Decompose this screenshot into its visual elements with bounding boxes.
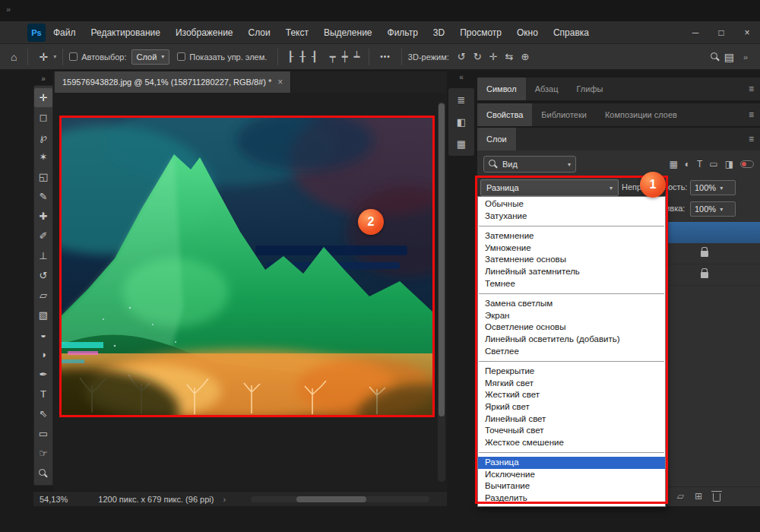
move-tool[interactable]: ✛ bbox=[34, 88, 52, 107]
blend-mode-option[interactable]: Затемнение основы bbox=[478, 254, 665, 266]
blend-mode-option[interactable]: Точечный свет bbox=[478, 425, 665, 437]
align-left-icon[interactable]: ┠ bbox=[287, 51, 293, 62]
blend-mode-option[interactable]: Линейный свет bbox=[478, 413, 665, 426]
filter-toggle[interactable] bbox=[740, 160, 754, 168]
align-top-icon[interactable]: ┯ bbox=[330, 51, 336, 62]
blend-mode-option[interactable]: Жесткое смешение bbox=[478, 437, 665, 449]
search-icon[interactable] bbox=[711, 52, 720, 62]
blend-mode-option[interactable]: Разделить bbox=[478, 492, 665, 505]
blend-mode-option[interactable]: Темнее bbox=[478, 278, 665, 290]
pan-3d-icon[interactable]: ✛ bbox=[489, 51, 498, 62]
blur-tool[interactable]: ◒ bbox=[34, 325, 52, 344]
tab-layer-comps[interactable]: Композиции слоев bbox=[596, 103, 686, 126]
new-layer-icon[interactable]: ⊞ bbox=[695, 491, 702, 502]
blend-mode-option[interactable]: Светлее bbox=[478, 346, 665, 358]
filter-type-icon[interactable]: Т bbox=[697, 159, 702, 169]
blend-mode-option[interactable]: Исключение bbox=[478, 469, 665, 481]
orbit-3d-icon[interactable]: ↺ bbox=[458, 51, 466, 62]
align-middle-icon[interactable]: ┿ bbox=[342, 51, 348, 62]
lock-icon[interactable] bbox=[701, 272, 708, 278]
blend-mode-option[interactable]: Линейный осветитель (добавить) bbox=[478, 334, 665, 346]
blend-mode-option[interactable]: Яркий свет bbox=[478, 401, 665, 413]
marquee-tool[interactable]: ◻ bbox=[34, 108, 52, 127]
zoom-3d-icon[interactable]: ⊕ bbox=[521, 51, 529, 62]
autoselect-checkbox[interactable] bbox=[69, 52, 78, 61]
close-button[interactable]: × bbox=[734, 21, 760, 44]
crop-tool[interactable]: ◱ bbox=[34, 167, 52, 186]
zoom-tool[interactable] bbox=[34, 464, 52, 483]
workspace-icon[interactable]: ▤ bbox=[724, 51, 734, 63]
eyedropper-tool[interactable]: ✎ bbox=[34, 187, 52, 206]
filter-pixel-icon[interactable]: ▦ bbox=[669, 159, 677, 169]
tools-collapse-icon[interactable]: » bbox=[33, 73, 53, 84]
maximize-button[interactable]: □ bbox=[708, 21, 734, 44]
pen-tool[interactable]: ✒ bbox=[34, 365, 52, 384]
blend-mode-option[interactable]: Экран bbox=[478, 310, 665, 322]
path-select-tool[interactable]: ⇖ bbox=[34, 404, 52, 423]
align-center-icon[interactable]: ╂ bbox=[299, 51, 306, 62]
menu-window[interactable]: Окно bbox=[509, 21, 546, 44]
opacity-select[interactable]: 100% ▾ bbox=[690, 180, 736, 195]
more-options-icon[interactable]: ••• bbox=[380, 52, 391, 61]
autoselect-target-select[interactable]: Слой ▾ bbox=[131, 49, 170, 65]
align-bottom-icon[interactable]: ┷ bbox=[353, 51, 359, 62]
vertical-scrollbar[interactable] bbox=[438, 102, 445, 482]
expand-panels-icon[interactable]: « bbox=[448, 73, 474, 84]
tab-glyphs[interactable]: Глифы bbox=[568, 78, 613, 100]
lasso-tool[interactable]: ℘ bbox=[34, 128, 52, 147]
vertical-scrollbar-thumb[interactable] bbox=[439, 103, 445, 416]
menu-help[interactable]: Справка bbox=[546, 21, 597, 44]
document-canvas[interactable] bbox=[62, 118, 432, 415]
close-tab-icon[interactable]: × bbox=[277, 77, 283, 87]
align-right-icon[interactable]: ┨ bbox=[312, 51, 318, 62]
minimize-button[interactable]: ─ bbox=[682, 21, 708, 44]
brush-tool[interactable]: ✐ bbox=[34, 226, 52, 245]
document-tab[interactable]: 159576943828.jpg @ 54,1% (158711280227, … bbox=[55, 71, 291, 93]
horizontal-scrollbar[interactable] bbox=[251, 496, 429, 502]
panel-menu-icon[interactable]: ≡ bbox=[749, 134, 754, 144]
filter-smart-object-icon[interactable]: ◨ bbox=[725, 159, 733, 169]
history-brush-tool[interactable]: ↺ bbox=[34, 266, 52, 285]
menu-file[interactable]: Файл bbox=[46, 21, 84, 44]
menu-image[interactable]: Изображение bbox=[168, 21, 241, 44]
blend-mode-option[interactable]: Жесткий свет bbox=[478, 389, 665, 401]
tab-layers[interactable]: Слои bbox=[477, 128, 516, 150]
blend-mode-option[interactable]: Вычитание bbox=[478, 480, 665, 492]
blend-mode-option-selected[interactable]: Разница bbox=[478, 457, 665, 469]
blend-mode-option[interactable]: Линейный затемнитель bbox=[478, 266, 665, 278]
fill-select[interactable]: 100% ▾ bbox=[690, 201, 736, 217]
blend-mode-option[interactable]: Замена светлым bbox=[478, 298, 665, 310]
magic-wand-tool[interactable]: ✶ bbox=[34, 147, 52, 166]
show-controls-checkbox[interactable] bbox=[177, 52, 185, 61]
healing-brush-tool[interactable]: ✚ bbox=[34, 207, 52, 226]
blend-mode-select[interactable]: Разница ▾ bbox=[480, 179, 619, 196]
blend-mode-option[interactable]: Умножение bbox=[478, 242, 665, 255]
lock-icon[interactable] bbox=[701, 251, 708, 257]
tab-character[interactable]: Символ bbox=[477, 78, 526, 100]
menu-edit[interactable]: Редактирование bbox=[84, 21, 168, 44]
status-options-icon[interactable]: › bbox=[223, 495, 226, 504]
tab-paragraph[interactable]: Абзац bbox=[526, 78, 568, 100]
layer-filter-select[interactable]: Вид ▾ bbox=[483, 156, 576, 173]
blend-mode-option[interactable]: Затемнение bbox=[478, 230, 665, 242]
type-tool[interactable]: Т bbox=[34, 385, 52, 404]
menu-select[interactable]: Выделение bbox=[316, 21, 380, 44]
tab-libraries[interactable]: Библиотеки bbox=[532, 103, 596, 126]
gradient-tool[interactable]: ▧ bbox=[34, 306, 52, 325]
collapse-icon[interactable]: » bbox=[6, 5, 11, 14]
panel-menu-icon[interactable]: ≡ bbox=[749, 84, 754, 94]
blend-mode-option[interactable]: Осветление основы bbox=[478, 321, 665, 334]
panel-menu-icon[interactable]: ≡ bbox=[749, 109, 754, 120]
eraser-tool[interactable]: ▱ bbox=[34, 286, 52, 305]
menu-view[interactable]: Просмотр bbox=[452, 21, 509, 44]
color-panel-icon[interactable]: ◧ bbox=[457, 116, 466, 128]
blend-mode-option[interactable]: Затухание bbox=[478, 211, 665, 223]
filter-adjustment-icon[interactable]: ◐ bbox=[685, 159, 690, 169]
roll-3d-icon[interactable]: ↻ bbox=[473, 51, 482, 62]
new-group-icon[interactable]: ▱ bbox=[677, 491, 684, 502]
zoom-level-field[interactable]: 54,13% bbox=[40, 495, 68, 504]
horizontal-scrollbar-thumb[interactable] bbox=[296, 496, 366, 502]
blend-mode-option[interactable]: Мягкий свет bbox=[478, 378, 665, 390]
blend-mode-option[interactable]: Обычные bbox=[478, 198, 665, 211]
move-tool-icon[interactable]: ✛ bbox=[39, 51, 48, 63]
